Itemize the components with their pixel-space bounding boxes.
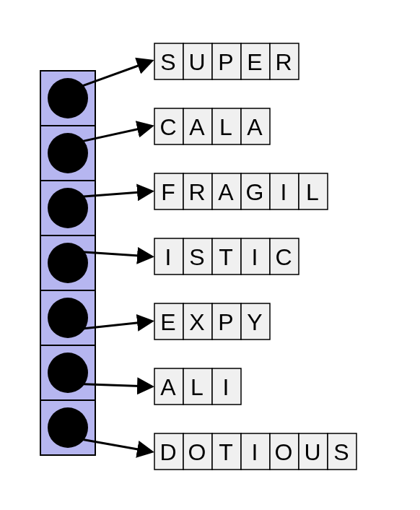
letter-text-1-2: L: [219, 114, 234, 140]
pointer-dot-0: [48, 78, 88, 118]
word-group-6: DOTIOUS: [154, 433, 356, 470]
letter-text-3-3: I: [252, 244, 260, 270]
letter-text-5-1: L: [191, 374, 205, 400]
letter-text-1-0: C: [159, 114, 178, 140]
pointer-dot-3: [48, 243, 88, 283]
letter-text-2-4: I: [281, 179, 289, 205]
letter-text-4-1: X: [189, 309, 206, 335]
letter-text-2-5: L: [306, 179, 320, 205]
letter-text-3-4: C: [275, 244, 293, 270]
letter-text-2-0: F: [161, 179, 177, 205]
letter-text-5-2: I: [223, 374, 231, 400]
letter-text-1-3: A: [247, 114, 263, 140]
letter-text-4-2: P: [218, 309, 235, 335]
word-group-2: FRAGIL: [154, 173, 328, 209]
diagram-stage: SUPERCALAFRAGILISTICEXPYALIDOTIOUS: [0, 0, 420, 510]
letter-text-2-2: A: [218, 179, 235, 205]
word-group-0: SUPER: [154, 43, 299, 79]
letter-text-6-4: O: [275, 439, 294, 465]
letter-text-6-5: U: [304, 439, 322, 465]
letter-text-4-3: Y: [247, 309, 263, 335]
pointer-dot-4: [48, 298, 88, 338]
pointer-dot-5: [48, 353, 88, 393]
letter-text-0-3: E: [247, 49, 263, 75]
letter-text-0-4: R: [275, 49, 293, 75]
letter-text-3-2: T: [219, 244, 235, 270]
letter-text-4-0: E: [160, 309, 177, 335]
diagram-svg: SUPERCALAFRAGILISTICEXPYALIDOTIOUS: [0, 0, 420, 510]
letter-text-6-1: O: [188, 439, 208, 465]
letter-text-6-6: S: [333, 439, 350, 465]
letter-text-0-1: U: [188, 49, 206, 75]
letter-text-2-3: G: [246, 179, 266, 205]
letter-text-5-0: A: [160, 374, 177, 400]
letter-text-0-0: S: [160, 49, 177, 75]
letter-text-6-0: D: [159, 439, 178, 465]
letter-text-6-3: I: [252, 439, 260, 465]
word-group-1: CALA: [154, 108, 270, 144]
letter-text-1-1: A: [189, 114, 206, 140]
word-group-3: ISTIC: [154, 238, 299, 275]
letter-text-2-1: R: [188, 179, 206, 205]
letter-text-3-0: I: [165, 244, 173, 270]
pointer-dot-6: [48, 407, 88, 448]
letter-text-6-2: T: [219, 439, 235, 465]
word-group-5: ALI: [154, 368, 241, 405]
letter-text-0-2: P: [218, 49, 235, 75]
word-group-4: EXPY: [154, 303, 270, 340]
pointer-dot-2: [48, 188, 88, 228]
pointer-dot-1: [48, 133, 88, 173]
letter-text-3-1: S: [189, 244, 206, 270]
